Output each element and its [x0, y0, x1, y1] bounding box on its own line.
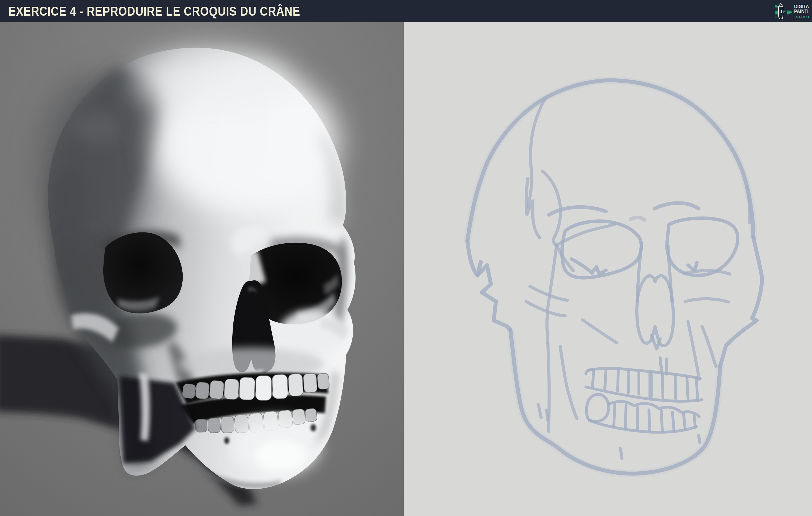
logo-line2: PAINTING — [794, 9, 809, 14]
philtrum-dash-1 — [660, 358, 662, 374]
skull-sketch-drawing — [404, 22, 812, 516]
crown-highlight — [134, 49, 290, 116]
header-bar: EXERCICE 4 - REPRODUIRE LE CROQUIS DU CR… — [0, 0, 812, 22]
digital-painting-school-logo: DIGITAL PAINTING .SCHOOL — [775, 2, 809, 20]
chin-dash-left — [620, 449, 622, 458]
skull-3d-render — [0, 22, 404, 516]
temporal-rough-3 — [59, 229, 109, 318]
logo-line3: .SCHOOL — [794, 15, 809, 19]
lesson-slide: EXERCICE 4 - REPRODUIRE LE CROQUIS DU CR… — [0, 0, 812, 516]
mental-foramen-left — [224, 437, 229, 444]
logo-line1: DIGITAL — [794, 4, 809, 9]
chin-dash-right — [699, 436, 700, 442]
temporal-rough-2 — [72, 111, 123, 145]
mental-foramen-right — [311, 424, 316, 431]
skull-3d-reference-panel — [0, 22, 404, 516]
chin-highlight-core — [255, 439, 306, 471]
ramus-dash-2 — [547, 410, 548, 419]
logo-triangles-icon — [776, 5, 792, 18]
temporal-rough-1 — [53, 170, 87, 232]
philtrum-dash-2 — [666, 359, 667, 374]
stylus-pen-icon — [779, 3, 783, 19]
sketch-canvas — [404, 22, 812, 516]
page-title: EXERCICE 4 - REPRODUIRE LE CROQUIS DU CR… — [8, 3, 300, 19]
skull-sketch-panel — [404, 22, 812, 516]
